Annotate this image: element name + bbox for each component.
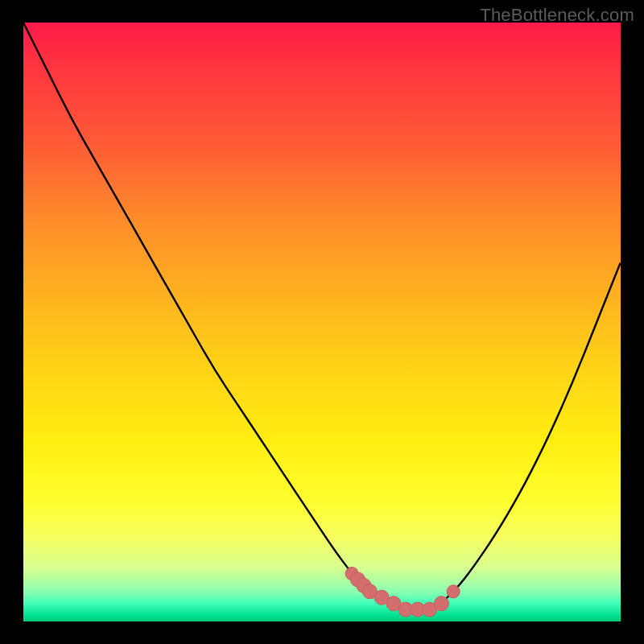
curve-layer	[23, 23, 621, 621]
chart-frame: TheBottleneck.com	[0, 0, 644, 644]
watermark-text: TheBottleneck.com	[480, 5, 634, 26]
highlight-markers	[345, 568, 460, 617]
bottleneck-curve	[23, 23, 621, 609]
marker-dot	[447, 585, 460, 598]
marker-dot	[434, 597, 448, 611]
